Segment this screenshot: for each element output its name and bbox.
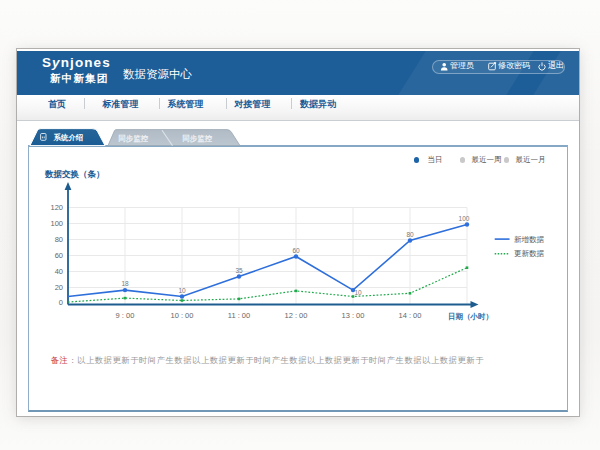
svg-text:同步监控: 同步监控 [119, 133, 149, 142]
svg-text:10 : 00: 10 : 00 [171, 311, 194, 320]
svg-text:系统介绍: 系统介绍 [53, 133, 84, 142]
svg-text:20: 20 [55, 283, 63, 292]
svg-text:60: 60 [55, 251, 63, 260]
svg-text:60: 60 [292, 247, 300, 254]
svg-text:同步监控: 同步监控 [183, 133, 213, 142]
svg-text:12 : 00: 12 : 00 [285, 311, 308, 320]
svg-text:日期（小时）: 日期（小时） [448, 312, 493, 321]
svg-text:120: 120 [50, 203, 63, 212]
svg-text:11 : 00: 11 : 00 [228, 311, 250, 320]
svg-text:9 : 00: 9 : 00 [116, 311, 135, 320]
svg-text:14 : 00: 14 : 00 [399, 311, 422, 320]
svg-text:18: 18 [121, 280, 129, 287]
svg-text:10: 10 [354, 289, 362, 296]
svg-text:40: 40 [55, 267, 63, 276]
svg-text:10: 10 [178, 287, 186, 294]
svg-text:0: 0 [59, 298, 63, 307]
svg-text:100: 100 [459, 215, 470, 222]
svg-text:80: 80 [406, 231, 414, 238]
svg-text:80: 80 [55, 235, 63, 244]
svg-text:更新数据: 更新数据 [514, 249, 545, 258]
svg-text:13 : 00: 13 : 00 [342, 311, 365, 320]
svg-text:100: 100 [50, 219, 63, 228]
svg-text:35: 35 [235, 267, 243, 274]
svg-text:新增数据: 新增数据 [514, 235, 545, 244]
